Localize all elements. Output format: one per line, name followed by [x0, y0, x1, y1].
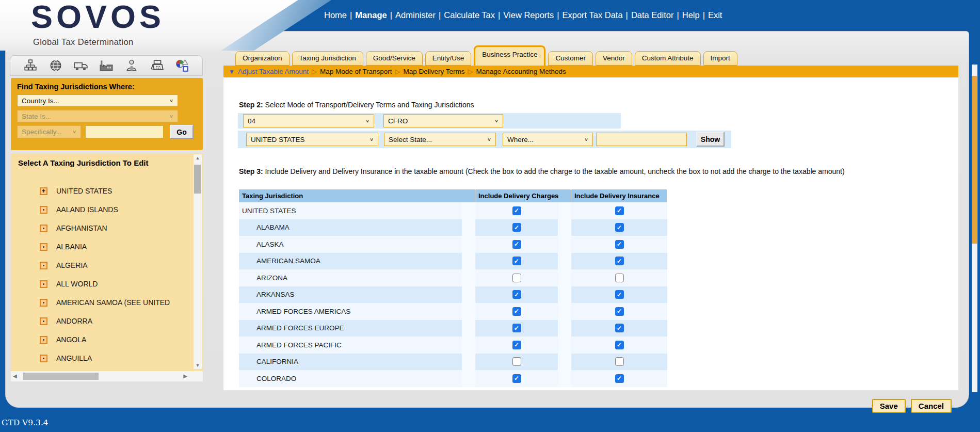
filter-text-input[interactable] [596, 133, 687, 146]
find-search-input[interactable] [85, 125, 164, 138]
country-is-value: Country Is... [22, 97, 59, 105]
tab-vendor[interactable]: Vendor [596, 51, 632, 66]
tab-custom-attribute[interactable]: Custom Attribute [635, 51, 701, 66]
scroll-up-icon[interactable]: ▲ [194, 155, 202, 161]
delivery-charges-checkbox[interactable]: ✓ [512, 223, 521, 232]
tree-item-algeria[interactable]: ALGERIA [11, 256, 192, 275]
tree-item-partial[interactable] [11, 367, 192, 371]
delivery-insurance-checkbox[interactable]: ✓ [615, 341, 624, 349]
nav-item-exit[interactable]: Exit [708, 10, 722, 20]
delivery-terms-select[interactable]: CFRO ∨ [383, 114, 503, 127]
country-is-select[interactable]: Country Is... ∨ [17, 94, 178, 107]
delivery-charges-checkbox[interactable] [512, 357, 521, 366]
nav-item-data-editor[interactable]: Data Editor [631, 10, 674, 20]
cash-register-icon[interactable] [149, 58, 165, 73]
where-select[interactable]: Where... ∨ [503, 133, 593, 146]
scrollbar-thumb[interactable] [23, 373, 99, 380]
delivery-charges-checkbox[interactable]: ✓ [512, 206, 521, 215]
delivery-insurance-checkbox[interactable]: ✓ [615, 240, 624, 249]
breadcrumb-item-adjust-taxable-amount[interactable]: Adjust Taxable Amount [238, 68, 309, 75]
delivery-insurance-checkbox[interactable]: ✓ [615, 223, 624, 232]
tab-good-service[interactable]: Good/Service [366, 51, 423, 66]
delivery-charges-checkbox[interactable]: ✓ [512, 307, 521, 316]
tree-item-anguilla[interactable]: ANGUILLA [11, 349, 192, 367]
tree-vertical-scrollbar[interactable]: ▲ ▼ [194, 154, 202, 369]
delivery-insurance-checkbox[interactable]: ✓ [615, 307, 624, 316]
scrollbar-thumb[interactable] [972, 76, 977, 244]
spacer-cell [558, 286, 571, 303]
tree-horizontal-scrollbar[interactable]: ◀ ▶ [11, 371, 203, 381]
expand-leaf-icon[interactable] [40, 262, 47, 269]
tab-entity-use[interactable]: Entity/Use [425, 51, 472, 66]
expand-leaf-icon[interactable] [40, 317, 47, 325]
delivery-insurance-cell: ✓ [571, 219, 667, 236]
expand-leaf-icon[interactable] [40, 243, 47, 251]
delivery-insurance-checkbox[interactable]: ✓ [615, 290, 624, 299]
delivery-insurance-checkbox[interactable]: ✓ [615, 374, 624, 383]
tree-item-afghanistan[interactable]: AFGHANISTAN [11, 219, 192, 237]
save-button[interactable]: Save [872, 399, 906, 413]
tree-item-all-world[interactable]: ALL WORLD [11, 275, 192, 293]
scrollbar-thumb[interactable] [194, 165, 201, 194]
cancel-button[interactable]: Cancel [911, 399, 952, 413]
delivery-insurance-checkbox[interactable]: ✓ [615, 324, 624, 332]
tree-item-united-states[interactable]: +UNITED STATES [11, 182, 192, 200]
spacer-cell [462, 269, 475, 286]
tab-taxing-jurisdiction[interactable]: Taxing Jurisdiction [292, 51, 363, 66]
scroll-right-icon[interactable]: ▶ [183, 373, 187, 379]
truck-icon[interactable] [73, 58, 89, 73]
country-select[interactable]: UNITED STATES ∨ [246, 133, 378, 146]
delivery-charges-checkbox[interactable]: ✓ [512, 374, 521, 383]
globe-icon[interactable] [48, 58, 63, 73]
delivery-charges-checkbox[interactable]: ✓ [512, 240, 521, 249]
mode-of-transport-select[interactable]: 04 ∨ [243, 114, 374, 127]
breadcrumb-item-map-mode-of-transport[interactable]: Map Mode of Transport [320, 68, 392, 75]
nav-item-help[interactable]: Help [682, 10, 700, 20]
tree-item-aaland-islands[interactable]: AALAND ISLANDS [11, 200, 192, 219]
delivery-insurance-checkbox[interactable]: ✓ [615, 206, 624, 215]
scroll-down-icon[interactable]: ▼ [194, 363, 202, 368]
jurisdiction-name: COLORADO [239, 370, 462, 387]
org-chart-icon[interactable] [23, 58, 38, 73]
expand-leaf-icon[interactable] [40, 336, 47, 344]
shapes-icon[interactable] [174, 58, 190, 73]
state-select[interactable]: Select State... ∨ [384, 133, 496, 146]
nav-item-calculate-tax[interactable]: Calculate Tax [444, 10, 495, 20]
delivery-insurance-checkbox[interactable] [615, 274, 624, 282]
page-vertical-scrollbar[interactable] [972, 65, 977, 392]
delivery-charges-checkbox[interactable]: ✓ [512, 324, 521, 332]
delivery-insurance-checkbox[interactable]: ✓ [615, 257, 624, 265]
delivery-charges-checkbox[interactable]: ✓ [512, 290, 521, 299]
tree-item-angola[interactable]: ANGOLA [11, 330, 192, 349]
breadcrumb-expand-icon[interactable]: ▼ [229, 68, 235, 75]
tree-item-andorra[interactable]: ANDORRA [11, 312, 192, 330]
delivery-charges-checkbox[interactable]: ✓ [512, 341, 521, 349]
delivery-insurance-checkbox[interactable] [615, 357, 624, 366]
tab-import[interactable]: Import [703, 51, 737, 66]
expand-leaf-icon[interactable] [40, 225, 47, 232]
go-button[interactable]: Go [170, 125, 194, 139]
tab-customer[interactable]: Customer [548, 51, 593, 66]
expand-leaf-icon[interactable] [40, 299, 47, 307]
nav-item-export-tax-data[interactable]: Export Tax Data [562, 10, 622, 20]
tab-organization[interactable]: Organization [235, 51, 290, 66]
nav-item-view-reports[interactable]: View Reports [503, 10, 554, 20]
nav-item-manage[interactable]: Manage [355, 10, 387, 20]
scroll-left-icon[interactable]: ◀ [13, 373, 17, 379]
expand-leaf-icon[interactable] [40, 206, 47, 214]
tab-business-practice[interactable]: Business Practice [474, 45, 545, 66]
factory-icon[interactable] [99, 58, 114, 73]
expand-leaf-icon[interactable] [40, 280, 47, 288]
show-button[interactable]: Show [696, 132, 725, 147]
breadcrumb-item-map-delivery-terms[interactable]: Map Delivery Terms [404, 68, 465, 75]
delivery-charges-checkbox[interactable] [512, 274, 521, 282]
breadcrumb-item-manage-accounting-methods[interactable]: Manage Accounting Methods [476, 68, 566, 75]
expand-leaf-icon[interactable] [40, 355, 47, 362]
nav-item-home[interactable]: Home [324, 10, 347, 20]
tree-item-american-samoa-see-united[interactable]: AMERICAN SAMOA (SEE UNITED [11, 293, 192, 312]
tree-item-albania[interactable]: ALBANIA [11, 237, 192, 256]
person-icon[interactable] [124, 58, 139, 73]
expand-plus-icon[interactable]: + [40, 187, 47, 195]
nav-item-administer[interactable]: Administer [395, 10, 436, 20]
delivery-charges-checkbox[interactable]: ✓ [512, 257, 521, 265]
